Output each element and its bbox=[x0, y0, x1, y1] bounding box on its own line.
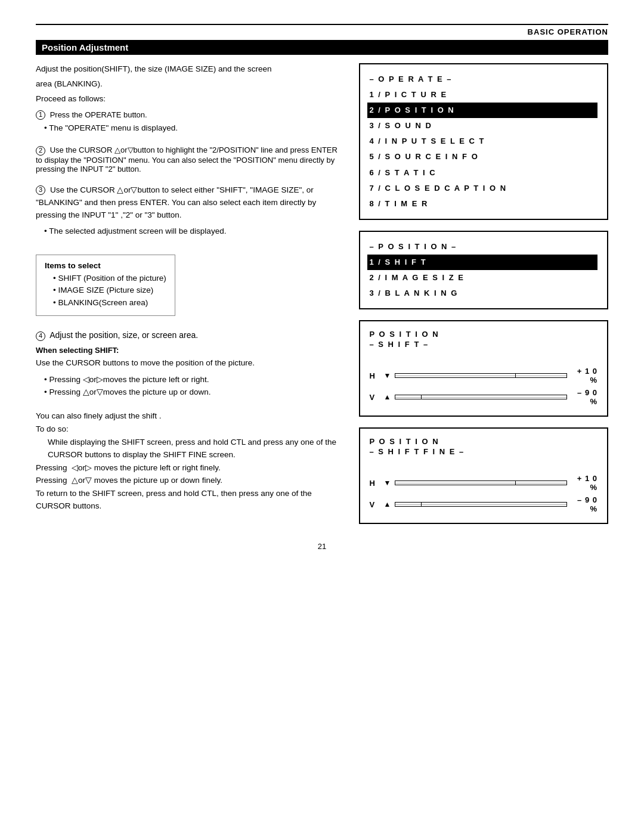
v-slider-marker bbox=[421, 395, 422, 399]
shift-sliders: H ▼ + 1 0 % V ▲ – 9 0 % bbox=[370, 367, 598, 406]
operate-menu-item-5: 5 / S O U R C E I N F O bbox=[370, 149, 598, 165]
operate-menu-item-2-highlighted: 2 / P O S I T I O N bbox=[367, 103, 598, 118]
shift-fine-screen-box: P O S I T I O N – S H I F T F I N E – H … bbox=[359, 427, 609, 524]
step-3: 3 Use the CURSOR △or▽button to select ei… bbox=[36, 184, 341, 238]
step-3-bullet: • The selected adjustment screen will be… bbox=[44, 225, 341, 238]
h-value: + 1 0 % bbox=[571, 367, 597, 385]
fine-h-slider-row: H ▼ + 1 0 % bbox=[370, 474, 598, 492]
header-title: BASIC OPERATION bbox=[528, 27, 608, 36]
item-shift: • SHIFT (Position of the picture) bbox=[53, 272, 166, 285]
operate-menu-item-7: 7 / C L O S E D C A P T I O N bbox=[370, 181, 598, 196]
position-menu-header: – P O S I T I O N – bbox=[370, 239, 598, 255]
operate-menu-header: – O P E R A T E – bbox=[370, 72, 598, 87]
h-slider-row: H ▼ + 1 0 % bbox=[370, 367, 598, 385]
v-slider-track bbox=[395, 395, 567, 399]
operate-menu-item-8: 8 / T I M E R bbox=[370, 196, 598, 212]
step4-bullet-2: • Pressing △or▽moves the picture up or d… bbox=[44, 386, 341, 399]
right-column: – O P E R A T E – 1 / P I C T U R E 2 / … bbox=[359, 63, 609, 524]
fine-h-value: + 1 0 % bbox=[571, 474, 597, 492]
h-slider-marker bbox=[515, 373, 516, 378]
h-label: H bbox=[370, 371, 382, 380]
step-1: 1 Press the OPERATE button. • The "OPERA… bbox=[36, 110, 341, 135]
operate-menu-item-3: 3 / S O U N D bbox=[370, 118, 598, 134]
step-4: 4 Adjust the position, size, or screen a… bbox=[36, 330, 341, 399]
fine-h-down-arrow: ▼ bbox=[384, 479, 392, 487]
v-label: V bbox=[370, 393, 382, 402]
fine-h-slider-marker bbox=[515, 480, 516, 485]
step-1-bullet: • The "OPERATE" menu is displayed. bbox=[44, 122, 341, 135]
shift-screen-title: P O S I T I O N bbox=[370, 330, 598, 339]
step4-bullet-1: • Pressing ◁or▷moves the picture left or… bbox=[44, 374, 341, 386]
fine-h-label: H bbox=[370, 479, 382, 488]
fine-adjust-block: You can also finely adjust the shift . T… bbox=[36, 410, 341, 513]
step-num-3: 3 bbox=[36, 185, 45, 195]
v-slider-row: V ▲ – 9 0 % bbox=[370, 388, 598, 406]
page-number: 21 bbox=[36, 542, 608, 551]
when-shift-label: When selecting SHIFT: bbox=[36, 346, 341, 355]
h-slider-track bbox=[395, 373, 567, 378]
operate-menu-item-4: 4 / I N P U T S E L E C T bbox=[370, 134, 598, 149]
section-header: BASIC OPERATION bbox=[36, 27, 608, 36]
step-2: 2 Use the CURSOR △or▽button to highlight… bbox=[36, 145, 341, 173]
position-menu-item-2: 2 / I M A G E S I Z E bbox=[370, 270, 598, 286]
step4-para1: Use the CURSOR buttons to move the posit… bbox=[36, 357, 341, 370]
fine-h-slider-track bbox=[395, 480, 567, 485]
shift-screen-box: P O S I T I O N – S H I F T – H ▼ + 1 0 … bbox=[359, 320, 609, 417]
items-title: Items to select bbox=[45, 261, 166, 270]
shift-screen-subtitle: – S H I F T – bbox=[370, 340, 598, 349]
v-value: – 9 0 % bbox=[571, 388, 597, 406]
section-title-bar: Position Adjustment bbox=[36, 40, 608, 55]
header-line bbox=[36, 24, 608, 25]
operate-menu-item-6: 6 / S T A T I C bbox=[370, 165, 598, 181]
step-num-2: 2 bbox=[36, 146, 45, 156]
item-blanking: • BLANKING(Screen area) bbox=[53, 297, 166, 309]
intro-text: Adjust the position(SHIFT), the size (IM… bbox=[36, 63, 341, 106]
fine-v-slider-marker bbox=[421, 502, 422, 507]
v-up-arrow: ▲ bbox=[384, 393, 392, 401]
h-down-arrow: ▼ bbox=[384, 371, 392, 380]
step-num-1: 1 bbox=[36, 110, 45, 120]
step-num-4: 4 bbox=[36, 331, 45, 341]
fine-v-label: V bbox=[370, 500, 382, 509]
item-image-size: • IMAGE SIZE (Picture size) bbox=[53, 284, 166, 297]
shift-fine-sliders: H ▼ + 1 0 % V ▲ – 9 0 % bbox=[370, 474, 598, 513]
items-to-select-box: Items to select • SHIFT (Position of the… bbox=[36, 255, 175, 317]
shift-fine-subtitle: – S H I F T F I N E – bbox=[370, 447, 598, 456]
operate-menu-box: – O P E R A T E – 1 / P I C T U R E 2 / … bbox=[359, 63, 609, 220]
operate-menu-item-1: 1 / P I C T U R E bbox=[370, 87, 598, 103]
position-menu-item-1-highlighted: 1 / S H I F T bbox=[367, 255, 598, 270]
left-column: Adjust the position(SHIFT), the size (IM… bbox=[36, 63, 341, 524]
position-menu-item-3: 3 / B L A N K I N G bbox=[370, 286, 598, 301]
shift-fine-title: P O S I T I O N bbox=[370, 437, 598, 446]
position-menu-box: – P O S I T I O N – 1 / S H I F T 2 / I … bbox=[359, 231, 609, 309]
fine-v-up-arrow: ▲ bbox=[384, 500, 392, 509]
fine-v-value: – 9 0 % bbox=[571, 495, 597, 513]
fine-v-slider-row: V ▲ – 9 0 % bbox=[370, 495, 598, 513]
fine-v-slider-track bbox=[395, 502, 567, 507]
